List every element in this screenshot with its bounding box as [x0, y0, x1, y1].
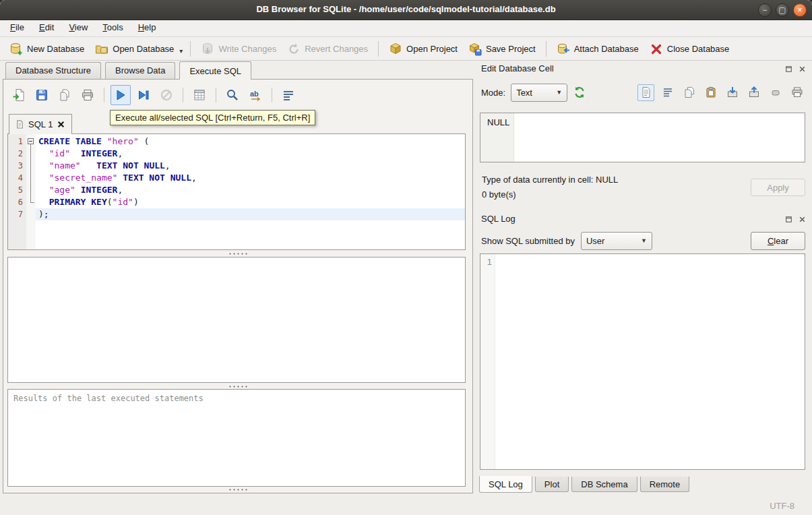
submitter-select[interactable]: User ▼ — [581, 232, 652, 250]
mode-select[interactable]: Text ▼ — [511, 84, 567, 102]
new-database-button[interactable]: New Database — [4, 40, 90, 58]
word-wrap-icon — [662, 86, 674, 98]
sql-tab-close-icon[interactable] — [57, 120, 65, 129]
code-line[interactable]: PRIMARY KEY("id") — [36, 196, 465, 208]
splitter-grip-icon — [229, 386, 247, 388]
sql-log-view[interactable]: 1 — [480, 253, 805, 470]
text-mode-toggle[interactable] — [637, 84, 654, 101]
splitter-handle[interactable] — [3, 487, 472, 492]
maximize-button[interactable]: ▢ — [776, 3, 789, 17]
copy-cell-button[interactable] — [681, 84, 697, 101]
paste-cell-button[interactable] — [702, 84, 719, 101]
minimize-button[interactable]: − — [758, 3, 772, 17]
tab-database-structure[interactable]: Database Structure — [5, 62, 101, 79]
edit-cell-dock-controls — [784, 65, 807, 73]
set-null-button[interactable] — [767, 84, 784, 101]
sql-log-filter-row: Show SQL submitted by User ▼ Clear — [481, 231, 805, 250]
execute-current-line-button[interactable] — [133, 85, 154, 105]
results-message-panel[interactable]: Results of the last executed statements — [7, 389, 466, 487]
dock-close-icon[interactable] — [798, 65, 807, 73]
open-database-dropdown-icon[interactable]: ▾ — [179, 43, 185, 55]
cell-icon-bar — [637, 84, 805, 101]
save-results-button[interactable] — [189, 85, 210, 105]
splitter-grip-icon — [229, 489, 247, 491]
auto-switch-mode-icon[interactable] — [573, 86, 586, 99]
titlebar[interactable]: DB Browser for SQLite - /home/user/code/… — [0, 0, 812, 20]
menu-edit[interactable]: Edit — [32, 20, 61, 36]
dock-close-icon[interactable] — [798, 215, 807, 224]
apply-label: Apply — [767, 183, 789, 193]
export-cell-data-button[interactable] — [745, 84, 762, 101]
code-line[interactable]: "name" TEXT NOT NULL, — [36, 160, 465, 172]
splitter-handle[interactable] — [3, 251, 472, 256]
cell-type-info: Type of data currently in cell: NULL — [482, 175, 618, 185]
window-title: DB Browser for SQLite - /home/user/code/… — [0, 4, 812, 14]
svg-text:ab: ab — [250, 90, 259, 98]
dock-float-icon[interactable] — [784, 215, 793, 224]
close-button[interactable]: × — [793, 3, 807, 17]
execute-current-line-icon — [137, 88, 150, 102]
sql-identifier: "id" — [113, 197, 133, 207]
export-file-icon — [748, 86, 760, 98]
code-line[interactable]: "secret_name" TEXT NOT NULL, — [36, 172, 465, 184]
set-null-icon — [770, 86, 782, 98]
open-database-button[interactable]: Open Database — [90, 40, 179, 58]
open-project-label: Open Project — [406, 44, 458, 54]
sql-editor[interactable]: 1234567 CREATE TABLE "hero" ( "id" INTEG… — [7, 133, 466, 250]
sql-document-tab[interactable]: SQL 1 — [9, 114, 72, 134]
code-line[interactable]: CREATE TABLE "hero" ( — [36, 135, 465, 148]
sql-keyword: CREATE TABLE — [38, 136, 102, 146]
filter-label: Show SQL submitted by — [481, 236, 575, 246]
code-line[interactable]: "age" INTEGER, — [36, 184, 465, 196]
dock-tab-plot[interactable]: Plot — [535, 477, 569, 492]
find-replace-button[interactable] — [222, 85, 243, 105]
cell-size-info: 0 byte(s) — [482, 189, 516, 200]
splitter-handle[interactable] — [3, 384, 472, 389]
editor-code[interactable]: CREATE TABLE "hero" ( "id" INTEGER, "nam… — [36, 134, 465, 249]
statusbar: UTF-8 — [0, 494, 812, 515]
cell-editor[interactable]: NULL — [480, 113, 805, 162]
format-sql-button[interactable]: ab — [245, 85, 266, 105]
menu-file[interactable]: File — [3, 20, 32, 36]
word-wrap-toggle[interactable] — [659, 84, 676, 101]
line-number: 3 — [8, 160, 23, 172]
dock-tab-db-schema[interactable]: DB Schema — [571, 477, 637, 492]
results-placeholder: Results of the last executed statements — [13, 394, 204, 403]
submitter-value: User — [586, 236, 604, 246]
sql-text: , — [117, 185, 123, 195]
open-sql-file-button[interactable] — [9, 85, 29, 105]
menu-help[interactable]: Help — [131, 20, 164, 36]
close-database-button[interactable]: Close Database — [644, 40, 735, 58]
results-grid[interactable] — [7, 257, 466, 383]
import-cell-data-button[interactable] — [724, 84, 741, 101]
attach-database-button[interactable]: Attach Database — [551, 40, 644, 58]
tab-execute-sql[interactable]: Execute SQL — [179, 61, 251, 80]
fold-collapse-icon[interactable] — [28, 138, 34, 144]
sql-text: ( — [139, 136, 150, 146]
window-controls: − ▢ × — [758, 3, 807, 17]
copy-icon — [683, 86, 695, 98]
dock-tab-sql-log[interactable]: SQL Log — [479, 476, 532, 493]
open-project-button[interactable]: Open Project — [383, 40, 463, 58]
menu-tools[interactable]: Tools — [95, 20, 130, 36]
save-sql-file-as-button[interactable] — [55, 85, 75, 105]
save-results-icon — [193, 88, 206, 102]
sql-log-line-number: 1 — [480, 257, 492, 267]
sql-keyword: PRIMARY KEY — [49, 197, 107, 207]
clear-label: Clear — [768, 236, 788, 246]
main-toolbar: New Database Open Database ▾ Write Chang… — [0, 38, 812, 61]
print-sql-button[interactable] — [77, 85, 98, 105]
code-line[interactable]: "id" INTEGER, — [36, 148, 465, 160]
dock-tab-remote[interactable]: Remote — [640, 477, 690, 492]
menu-view[interactable]: View — [61, 20, 95, 36]
clear-log-button[interactable]: Clear — [751, 232, 805, 250]
word-wrap-button[interactable] — [278, 85, 299, 105]
print-cell-button[interactable] — [788, 84, 805, 101]
tab-browse-data[interactable]: Browse Data — [105, 62, 175, 79]
fold-toggle[interactable] — [26, 135, 36, 148]
dock-float-icon[interactable] — [784, 65, 793, 73]
code-line[interactable]: ); — [36, 208, 465, 220]
save-project-button[interactable]: Save Project — [463, 40, 541, 58]
save-sql-file-button[interactable] — [32, 85, 52, 105]
execute-all-button[interactable] — [111, 85, 131, 105]
